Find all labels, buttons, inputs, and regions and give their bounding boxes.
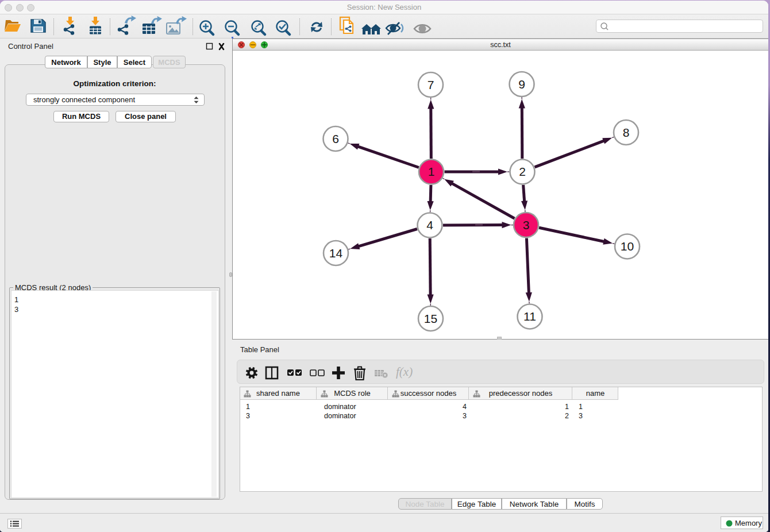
- svg-text:15: 15: [424, 312, 437, 325]
- svg-text:7: 7: [428, 78, 434, 91]
- svg-text:11: 11: [523, 310, 536, 323]
- svg-text:10: 10: [621, 240, 634, 253]
- svg-text:14: 14: [329, 246, 343, 260]
- svg-text:6: 6: [332, 132, 339, 145]
- svg-text:2: 2: [519, 165, 526, 178]
- svg-text:1: 1: [428, 165, 435, 178]
- svg-text:9: 9: [518, 78, 525, 91]
- svg-text:8: 8: [623, 126, 630, 139]
- svg-text:3: 3: [523, 218, 530, 232]
- svg-text:4: 4: [426, 218, 433, 232]
